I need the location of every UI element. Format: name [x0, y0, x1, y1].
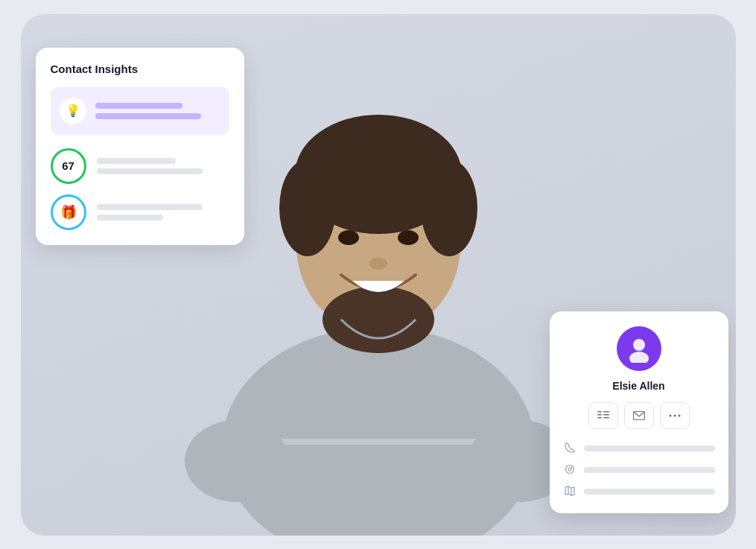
svg-point-22: [669, 414, 671, 416]
email-button[interactable]: [624, 402, 654, 429]
svg-point-9: [369, 258, 387, 270]
insight-line-1: [95, 103, 183, 109]
svg-rect-19: [603, 414, 609, 416]
svg-point-6: [323, 286, 434, 353]
phone-field-row: [563, 442, 715, 455]
at-icon: [563, 464, 576, 477]
svg-rect-10: [259, 439, 483, 445]
avatar-icon: [625, 334, 653, 363]
list-button[interactable]: [588, 402, 618, 429]
avatar: [617, 326, 661, 371]
score-row: 67: [51, 148, 229, 184]
svg-rect-20: [603, 417, 609, 419]
more-icon: [669, 414, 681, 417]
map-svg: [565, 486, 575, 496]
svg-point-14: [629, 352, 649, 363]
insight-banner: 💡: [51, 87, 229, 135]
phone-value-bar: [584, 445, 715, 451]
svg-point-5: [421, 159, 477, 256]
gift-line-1: [97, 204, 203, 210]
gift-line-2: [97, 215, 163, 220]
svg-point-8: [398, 230, 419, 245]
main-scene: Contact Insights 💡 67 🎁: [21, 14, 736, 536]
score-lines: [97, 158, 229, 174]
gift-lines: [97, 204, 229, 220]
phone-svg: [565, 442, 575, 453]
svg-rect-17: [597, 417, 602, 419]
svg-rect-18: [603, 411, 609, 413]
svg-point-7: [338, 230, 359, 245]
svg-point-4: [279, 159, 336, 256]
score-line-2: [97, 168, 203, 174]
score-circle: 67: [51, 148, 86, 184]
action-buttons: [563, 402, 715, 429]
svg-rect-15: [597, 411, 602, 413]
svg-point-11: [185, 420, 289, 502]
more-button[interactable]: [660, 402, 690, 429]
contact-card: Elsie Allen: [550, 311, 728, 513]
insight-line-2: [95, 113, 202, 119]
svg-point-23: [673, 414, 676, 416]
phone-icon: [563, 442, 576, 455]
avatar-wrapper: [563, 326, 715, 371]
list-icon: [597, 410, 609, 421]
contact-fields: [563, 442, 715, 498]
address-field-row: [563, 486, 715, 498]
insight-lines: [95, 103, 220, 119]
gift-row: 🎁: [51, 194, 229, 230]
card-title: Contact Insights: [51, 63, 229, 75]
address-value-bar: [584, 489, 715, 495]
bulb-icon: 💡: [60, 98, 86, 124]
map-icon: [563, 486, 576, 498]
contact-insights-card: Contact Insights 💡 67 🎁: [36, 48, 244, 245]
at-svg: [565, 464, 575, 475]
email-icon: [633, 411, 645, 420]
score-line-1: [97, 158, 177, 164]
gift-circle: 🎁: [51, 194, 86, 230]
score-value: 67: [62, 159, 74, 172]
svg-rect-16: [597, 414, 602, 416]
svg-point-13: [633, 339, 645, 351]
email-field-row: [563, 464, 715, 477]
email-value-bar: [584, 467, 715, 473]
contact-name: Elsie Allen: [563, 380, 715, 392]
svg-point-24: [678, 414, 680, 416]
